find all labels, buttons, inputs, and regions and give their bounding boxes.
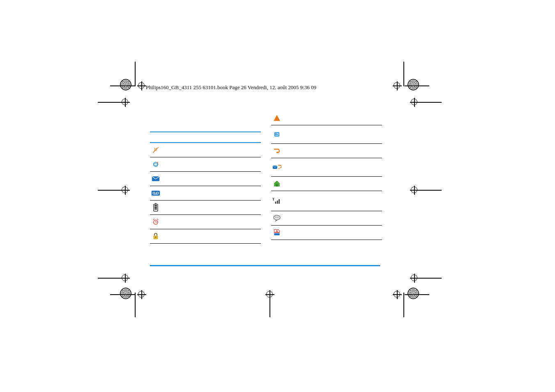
- svg-line-18: [153, 219, 154, 220]
- call-forward-to-mailbox-icon: [271, 164, 283, 171]
- registration-target-icon: [394, 82, 400, 89]
- crop-line: [417, 278, 442, 279]
- left-column: [150, 111, 261, 244]
- table-row: [150, 172, 261, 186]
- crop-line: [417, 190, 442, 191]
- svg-rect-25: [275, 134, 278, 135]
- registration-target-icon: [411, 99, 417, 105]
- crop-line: [110, 294, 135, 295]
- memory-full-icon: A: [271, 229, 283, 236]
- crop-line: [135, 62, 136, 86]
- registration-target-icon: [138, 291, 145, 297]
- svg-rect-30: [277, 201, 278, 204]
- home-zone-icon: [271, 180, 283, 187]
- table-row: [150, 215, 261, 229]
- table-row: [271, 111, 382, 125]
- svg-rect-13: [154, 208, 157, 210]
- svg-rect-12: [154, 207, 157, 208]
- svg-point-32: [274, 215, 280, 220]
- crop-line: [417, 102, 442, 103]
- table-row: [271, 125, 382, 144]
- svg-rect-29: [275, 202, 276, 204]
- table-row: [150, 186, 261, 201]
- registration-rosette-icon: [408, 288, 419, 299]
- table-row: [150, 229, 261, 244]
- table-row: [271, 191, 382, 211]
- crop-line: [110, 85, 135, 86]
- svg-point-21: [155, 237, 156, 238]
- silent-icon: [150, 146, 161, 154]
- svg-point-3: [157, 162, 158, 163]
- registration-rosette-icon: [408, 79, 419, 90]
- registration-target-icon: [411, 274, 417, 281]
- crop-line: [98, 102, 122, 103]
- crop-line: [98, 190, 122, 191]
- registration-rosette-icon: [120, 288, 131, 299]
- gprs-icon: [150, 161, 161, 168]
- crop-line: [405, 85, 429, 86]
- table-row: [271, 211, 382, 226]
- crop-line: [403, 293, 404, 317]
- registration-target-icon: [122, 274, 128, 281]
- svg-rect-27: [276, 184, 278, 187]
- registration-target-icon: [394, 291, 400, 297]
- sms-chat-icon: [271, 215, 283, 221]
- voice-mail-icon: [150, 190, 161, 196]
- crop-line: [269, 293, 270, 317]
- table-row: [150, 201, 261, 215]
- table-row: A: [271, 226, 382, 240]
- registration-target-icon: [411, 187, 417, 193]
- svg-rect-24: [275, 134, 276, 134]
- svg-rect-31: [279, 199, 280, 204]
- table-row: [150, 157, 261, 172]
- keypad-lock-icon: [150, 233, 161, 240]
- svg-rect-11: [154, 205, 157, 206]
- registration-target-icon: [122, 99, 128, 105]
- crop-line: [405, 294, 429, 295]
- svg-point-2: [154, 164, 158, 166]
- svg-rect-36: [274, 233, 279, 235]
- alarm-clock-icon: [150, 218, 161, 226]
- crop-line: [135, 293, 136, 317]
- roaming-triangle-icon: [271, 115, 283, 121]
- right-column: A: [271, 111, 382, 240]
- svg-line-19: [157, 219, 158, 220]
- print-header: Philips160_GB_4311 255 63101.book Page 2…: [146, 84, 316, 91]
- battery-icon: [150, 203, 161, 212]
- crop-line: [403, 62, 404, 86]
- svg-line-0: [153, 147, 159, 153]
- network-signal-icon: [271, 197, 283, 205]
- registration-target-icon: [122, 187, 128, 193]
- page-body: A: [150, 111, 380, 275]
- registration-rosette-icon: [120, 79, 131, 90]
- sms-envelope-icon: [150, 176, 161, 182]
- table-row: [271, 158, 382, 177]
- footer-divider: [150, 265, 380, 266]
- registration-target-icon: [138, 82, 145, 89]
- table-row: [271, 144, 382, 158]
- call-forward-unconditional-icon: [271, 148, 283, 154]
- section-divider: [150, 131, 261, 132]
- table-row: [271, 177, 382, 191]
- sms-full-icon: [271, 131, 283, 138]
- table-row: [150, 143, 261, 157]
- crop-line: [98, 278, 122, 279]
